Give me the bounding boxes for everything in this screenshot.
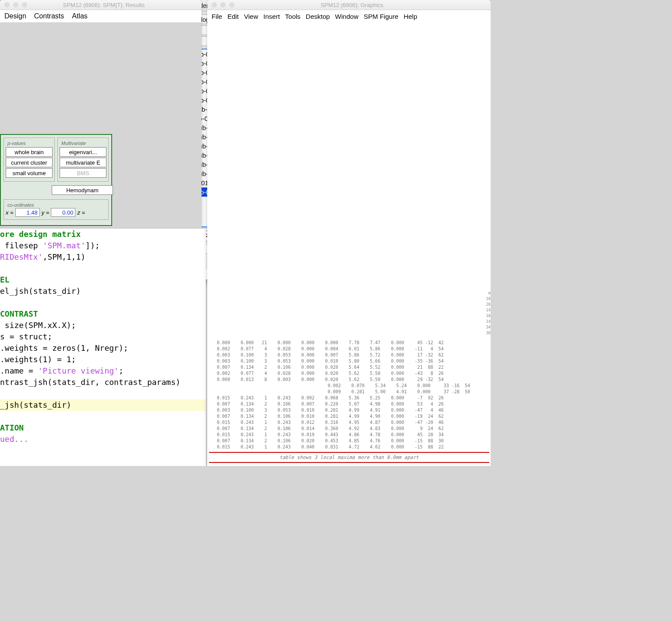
menu-design[interactable]: Design [4, 12, 26, 20]
coordinates-legend: co-ordinates [6, 202, 36, 208]
z-label: z = [77, 209, 85, 216]
graphics-title: SPM12 (6906): Graphics [240, 2, 491, 8]
minimize-icon[interactable] [220, 2, 226, 7]
multivariate-e-button[interactable]: multivariate E [60, 158, 106, 167]
menu-spmfigure[interactable]: SPM Figure [364, 13, 398, 20]
stats-area: 0.000 0.000 21 0.000 0.000 0.000 7.78 7.… [209, 340, 489, 466]
menu-insert[interactable]: Insert [263, 13, 280, 20]
menu-help[interactable]: Help [403, 13, 417, 20]
menu-edit[interactable]: Edit [227, 13, 239, 20]
close-icon[interactable] [4, 2, 10, 7]
stats-footnote: table shows 3 local maxima more than 8.0… [209, 455, 489, 460]
bms-button: BMS [60, 168, 106, 178]
graphics-menubar: File Edit View Insert Tools Desktop Wind… [207, 10, 491, 22]
x-input[interactable] [15, 208, 40, 217]
menu-tools[interactable]: Tools [285, 13, 301, 20]
y-input[interactable] [51, 208, 75, 217]
current-cluster-button[interactable]: current cluster [6, 158, 53, 167]
stats-table: 0.000 0.000 21 0.000 0.000 0.000 7.78 7.… [209, 340, 489, 450]
menu-file[interactable]: File [212, 13, 222, 20]
maximize-icon[interactable] [22, 2, 27, 7]
whole-brain-button[interactable]: whole brain [6, 147, 53, 157]
spm-control-panel: p-values whole brain current cluster sma… [0, 134, 112, 226]
menu-window[interactable]: Window [335, 13, 358, 20]
multivariate-legend: Multivariate [60, 141, 88, 146]
menu-atlas[interactable]: Atlas [72, 12, 88, 20]
hemodynamics-button[interactable]: Hemodynam [52, 185, 113, 195]
x-label: x = [6, 209, 14, 216]
results-window: SPM12 (6906): SPM{T}: Results Design Con… [0, 0, 202, 466]
close-icon[interactable] [212, 2, 217, 7]
menu-view[interactable]: View [244, 13, 258, 20]
edge-numbers: m 18 26 14 18 14 34 30 [486, 290, 491, 336]
results-title: SPM12 (6906): SPM{T}: Results [32, 2, 202, 8]
results-menubar: Design Contrasts Atlas [0, 10, 202, 22]
maximize-icon[interactable] [229, 2, 234, 7]
y-label: y = [42, 209, 50, 216]
code-editor: ore design matrix filesep 'SPM.mat']); R… [0, 228, 206, 466]
minimize-icon[interactable] [13, 2, 18, 7]
small-volume-button[interactable]: small volume [6, 168, 53, 178]
results-titlebar: SPM12 (6906): SPM{T}: Results [0, 0, 202, 10]
graphics-window: SPM12 (6906): Graphics File Edit View In… [207, 0, 491, 466]
menu-desktop[interactable]: Desktop [306, 13, 330, 20]
eigenvariate-button[interactable]: eigenvari... [60, 147, 106, 157]
menu-contrasts[interactable]: Contrasts [34, 12, 64, 20]
pvalues-legend: p-values [6, 141, 28, 146]
graphics-titlebar: SPM12 (6906): Graphics [207, 0, 491, 10]
